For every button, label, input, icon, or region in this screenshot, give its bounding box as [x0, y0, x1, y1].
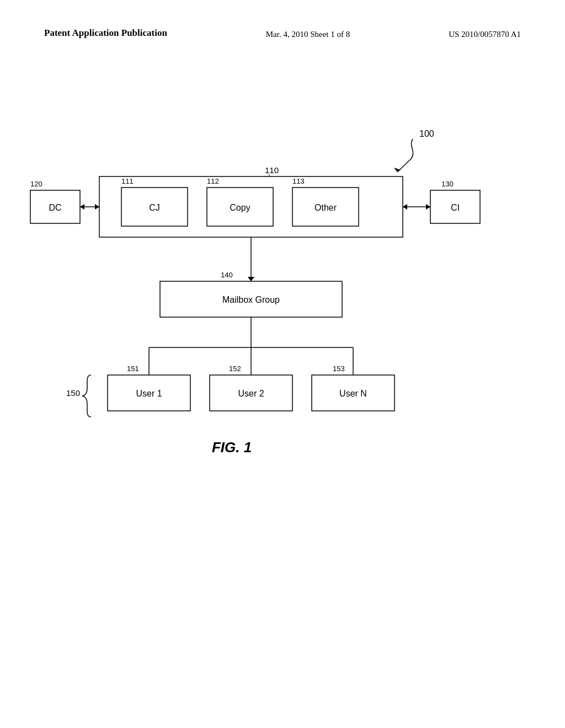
curly-brace	[83, 375, 91, 417]
ref-110-label: 110	[265, 165, 279, 175]
patent-number-label: US 2010/0057870 A1	[449, 26, 521, 41]
ref-150-label: 150	[66, 388, 80, 398]
ref-100-line	[397, 139, 413, 172]
ref-112-label: 112	[207, 177, 219, 185]
page-header: Patent Application Publication Mar. 4, 2…	[0, 0, 565, 41]
box-usern-text: User N	[339, 389, 367, 398]
ref-111-label: 111	[121, 177, 134, 185]
ref-100: 100	[419, 129, 434, 138]
ref-100-arrowhead	[394, 168, 401, 172]
fig-label: FIG. 1	[212, 439, 252, 456]
ref-120-label: 120	[30, 180, 42, 188]
date-sheet-label: Mar. 4, 2010 Sheet 1 of 8	[266, 26, 350, 41]
box-user1-text: User 1	[136, 389, 162, 398]
box-mailbox-text: Mailbox Group	[222, 295, 280, 304]
box-copy-text: Copy	[230, 203, 250, 212]
box-cj-text: CJ	[149, 203, 160, 212]
ref-113-label: 113	[292, 177, 305, 185]
ref-152-label: 152	[229, 365, 241, 373]
diagram-area: 100 110 111 CJ 112 Copy 113 Other 120 DC	[0, 110, 565, 607]
box-ci-text: CI	[451, 203, 460, 212]
ref-151-label: 151	[127, 365, 139, 373]
ref-140-label: 140	[221, 271, 233, 279]
box-user2-text: User 2	[238, 389, 264, 398]
ci-left-arrow	[403, 204, 407, 210]
ci-right-arrow	[426, 204, 430, 210]
ref-130-label: 130	[441, 180, 454, 188]
dc-left-arrow	[80, 204, 84, 210]
box-other-text: Other	[315, 203, 337, 212]
dc-right-arrow	[95, 204, 99, 210]
110-to-140-arrow	[248, 277, 254, 281]
box-dc-text: DC	[49, 203, 61, 212]
publication-label: Patent Application Publication	[44, 26, 167, 40]
ref-153-label: 153	[333, 365, 345, 373]
